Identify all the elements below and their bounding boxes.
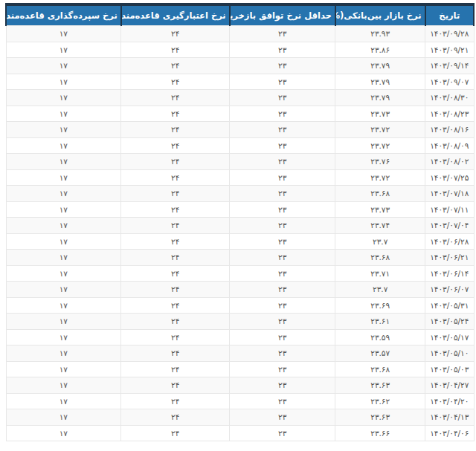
cell-regulated_deposit_rate: ۱۷ (6, 361, 121, 377)
cell-regulated_credit_rate: ۲۴ (121, 122, 230, 138)
cell-regulated_credit_rate: ۲۴ (121, 409, 230, 426)
cell-interbank_rate: ۲۳.۶۳ (335, 377, 425, 394)
table-row: ۱۴۰۳/۰۴/۲۷۲۳.۶۳۲۳۲۴۱۷ (6, 377, 474, 394)
cell-regulated_deposit_rate: ۱۷ (6, 122, 121, 138)
cell-min_repo_rate: ۲۳ (230, 169, 335, 186)
cell-date: ۱۴۰۳/۰۷/۱۱ (425, 201, 474, 218)
cell-regulated_deposit_rate: ۱۷ (6, 329, 121, 345)
cell-regulated_credit_rate: ۲۴ (121, 186, 230, 202)
table-row: ۱۴۰۳/۰۹/۲۱۲۳.۸۶۲۳۲۴۱۷ (6, 42, 474, 58)
cell-date: ۱۴۰۳/۰۶/۲۸ (425, 233, 474, 250)
cell-min_repo_rate: ۲۳ (230, 314, 335, 330)
column-header-interbank_rate: نرخ بازار بین‌بانکی(%) (335, 4, 425, 26)
cell-date: ۱۴۰۳/۰۶/۲۱ (425, 250, 474, 266)
cell-regulated_credit_rate: ۲۴ (121, 106, 230, 122)
cell-date: ۱۴۰۳/۰۴/۲۷ (425, 377, 474, 394)
cell-min_repo_rate: ۲۳ (230, 250, 335, 266)
cell-regulated_credit_rate: ۲۴ (121, 201, 230, 218)
table-row: ۱۴۰۳/۰۹/۲۸۲۳.۹۳۲۳۲۴۱۷ (6, 26, 474, 42)
cell-min_repo_rate: ۲۳ (230, 137, 335, 154)
cell-regulated_deposit_rate: ۱۷ (6, 218, 121, 234)
cell-interbank_rate: ۲۳.۷۳ (335, 106, 425, 122)
table-row: ۱۴۰۳/۰۴/۱۳۲۳.۶۳۲۳۲۴۱۷ (6, 409, 474, 426)
cell-regulated_credit_rate: ۲۴ (121, 393, 230, 409)
cell-regulated_deposit_rate: ۱۷ (6, 26, 121, 42)
table-row: ۱۴۰۳/۰۹/۱۴۲۳.۷۹۲۳۲۴۱۷ (6, 58, 474, 74)
cell-interbank_rate: ۲۳.۸۶ (335, 42, 425, 58)
cell-min_repo_rate: ۲۳ (230, 218, 335, 234)
interbank-rates-table: تاریخنرخ بازار بین‌بانکی(%)حداقل نرخ توا… (5, 3, 475, 441)
cell-min_repo_rate: ۲۳ (230, 377, 335, 394)
cell-date: ۱۴۰۳/۰۹/۲۱ (425, 42, 474, 58)
cell-interbank_rate: ۲۳.۷ (335, 282, 425, 298)
cell-min_repo_rate: ۲۳ (230, 58, 335, 74)
cell-regulated_credit_rate: ۲۴ (121, 58, 230, 74)
table-row: ۱۴۰۳/۰۸/۳۰۲۳.۷۹۲۳۲۴۱۷ (6, 90, 474, 106)
cell-regulated_credit_rate: ۲۴ (121, 233, 230, 250)
cell-date: ۱۴۰۳/۰۹/۱۴ (425, 58, 474, 74)
table-row: ۱۴۰۳/۰۴/۲۰۲۳.۶۲۲۳۲۴۱۷ (6, 393, 474, 409)
cell-interbank_rate: ۲۳.۷۹ (335, 58, 425, 74)
cell-interbank_rate: ۲۳.۶۶ (335, 425, 425, 441)
cell-regulated_deposit_rate: ۱۷ (6, 297, 121, 314)
cell-interbank_rate: ۲۳.۷۲ (335, 169, 425, 186)
cell-min_repo_rate: ۲۳ (230, 425, 335, 441)
cell-date: ۱۴۰۳/۰۹/۲۸ (425, 26, 474, 42)
cell-regulated_credit_rate: ۲۴ (121, 377, 230, 394)
cell-interbank_rate: ۲۳.۷۶ (335, 154, 425, 170)
cell-min_repo_rate: ۲۳ (230, 409, 335, 426)
cell-regulated_deposit_rate: ۱۷ (6, 233, 121, 250)
cell-regulated_deposit_rate: ۱۷ (6, 393, 121, 409)
cell-regulated_deposit_rate: ۱۷ (6, 409, 121, 426)
table-row: ۱۴۰۳/۰۷/۱۱۲۳.۷۳۲۳۲۴۱۷ (6, 201, 474, 218)
cell-min_repo_rate: ۲۳ (230, 265, 335, 282)
table-row: ۱۴۰۳/۰۶/۱۴۲۳.۷۱۲۳۲۴۱۷ (6, 265, 474, 282)
cell-min_repo_rate: ۲۳ (230, 233, 335, 250)
cell-interbank_rate: ۲۳.۷۲ (335, 122, 425, 138)
cell-date: ۱۴۰۳/۰۴/۰۶ (425, 425, 474, 441)
cell-regulated_credit_rate: ۲۴ (121, 218, 230, 234)
cell-interbank_rate: ۲۳.۶۸ (335, 361, 425, 377)
table-row: ۱۴۰۳/۰۷/۰۴۲۳.۷۴۲۳۲۴۱۷ (6, 218, 474, 234)
cell-min_repo_rate: ۲۳ (230, 154, 335, 170)
cell-interbank_rate: ۲۳.۷ (335, 233, 425, 250)
cell-date: ۱۴۰۳/۰۸/۱۶ (425, 122, 474, 138)
cell-min_repo_rate: ۲۳ (230, 74, 335, 90)
cell-date: ۱۴۰۳/۰۷/۱۸ (425, 186, 474, 202)
cell-regulated_credit_rate: ۲۴ (121, 345, 230, 362)
cell-regulated_credit_rate: ۲۴ (121, 329, 230, 345)
cell-regulated_credit_rate: ۲۴ (121, 282, 230, 298)
cell-min_repo_rate: ۲۳ (230, 329, 335, 345)
cell-regulated_deposit_rate: ۱۷ (6, 169, 121, 186)
cell-regulated_deposit_rate: ۱۷ (6, 250, 121, 266)
cell-date: ۱۴۰۳/۰۸/۲۳ (425, 106, 474, 122)
cell-interbank_rate: ۲۳.۶۱ (335, 314, 425, 330)
cell-date: ۱۴۰۳/۰۷/۲۵ (425, 169, 474, 186)
table-row: ۱۴۰۳/۰۸/۱۶۲۳.۷۲۲۳۲۴۱۷ (6, 122, 474, 138)
cell-regulated_credit_rate: ۲۴ (121, 26, 230, 42)
table-row: ۱۴۰۳/۰۸/۲۳۲۳.۷۳۲۳۲۴۱۷ (6, 106, 474, 122)
cell-date: ۱۴۰۳/۰۶/۱۴ (425, 265, 474, 282)
cell-min_repo_rate: ۲۳ (230, 297, 335, 314)
cell-date: ۱۴۰۳/۰۵/۱۰ (425, 345, 474, 362)
cell-regulated_deposit_rate: ۱۷ (6, 186, 121, 202)
cell-regulated_deposit_rate: ۱۷ (6, 74, 121, 90)
cell-date: ۱۴۰۳/۰۴/۱۳ (425, 409, 474, 426)
cell-min_repo_rate: ۲۳ (230, 201, 335, 218)
table-row: ۱۴۰۳/۰۹/۰۷۲۳.۷۹۲۳۲۴۱۷ (6, 74, 474, 90)
cell-date: ۱۴۰۳/۰۸/۳۰ (425, 90, 474, 106)
cell-min_repo_rate: ۲۳ (230, 345, 335, 362)
column-header-regulated_deposit_rate: نرخ سپرده‌گذاری قاعده‌مند(%) (6, 4, 121, 26)
cell-interbank_rate: ۲۳.۷۳ (335, 201, 425, 218)
cell-date: ۱۴۰۳/۰۵/۱۷ (425, 329, 474, 345)
page: تاریخنرخ بازار بین‌بانکی(%)حداقل نرخ توا… (0, 0, 476, 441)
cell-date: ۱۴۰۳/۰۴/۲۰ (425, 393, 474, 409)
cell-date: ۱۴۰۳/۰۶/۰۷ (425, 282, 474, 298)
cell-regulated_credit_rate: ۲۴ (121, 154, 230, 170)
cell-min_repo_rate: ۲۳ (230, 282, 335, 298)
cell-regulated_credit_rate: ۲۴ (121, 74, 230, 90)
cell-regulated_credit_rate: ۲۴ (121, 425, 230, 441)
table-row: ۱۴۰۳/۰۶/۲۸۲۳.۷۲۳۲۴۱۷ (6, 233, 474, 250)
table-row: ۱۴۰۳/۰۸/۰۹۲۳.۷۲۲۳۲۴۱۷ (6, 137, 474, 154)
table-body: ۱۴۰۳/۰۹/۲۸۲۳.۹۳۲۳۲۴۱۷۱۴۰۳/۰۹/۲۱۲۳.۸۶۲۳۲۴… (6, 26, 474, 441)
